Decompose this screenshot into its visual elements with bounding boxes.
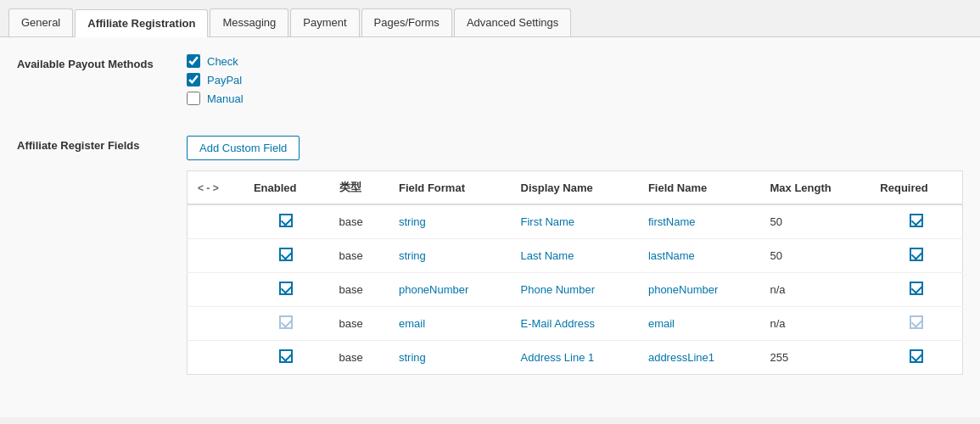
row-enabled[interactable] [244,307,329,341]
row-enabled[interactable] [244,273,329,307]
row-type: base [329,307,389,341]
tab-messaging[interactable]: Messaging [210,8,288,36]
row-type: base [329,341,389,375]
tab-payment[interactable]: Payment [290,8,359,36]
required-checkbox-4[interactable] [910,349,923,363]
row-max-length: 255 [759,341,870,375]
row-max-length: n/a [759,307,870,341]
col-display-name: Display Name [511,171,638,205]
row-required[interactable] [870,307,962,341]
payout-label-manual[interactable]: Manual [207,92,244,105]
row-max-length: 50 [759,204,870,239]
row-type: base [329,204,389,239]
row-nav [188,204,244,239]
row-field-format: email [389,307,511,341]
row-display-name: Phone Number [511,273,638,307]
row-required[interactable] [870,204,962,239]
row-enabled[interactable] [244,204,329,239]
payout-label-check[interactable]: Check [207,55,238,68]
content-area: Available Payout Methods CheckPayPalManu… [0,37,980,417]
row-max-length: n/a [759,273,870,307]
row-required[interactable] [870,239,962,273]
enabled-checkbox-2[interactable] [279,282,293,295]
tab-advanced-settings[interactable]: Advanced Settings [454,8,571,36]
row-enabled[interactable] [244,239,329,273]
add-custom-field-button[interactable]: Add Custom Field [187,136,300,160]
row-field-format: phoneNumber [389,273,511,307]
payout-checkbox-paypal[interactable] [187,73,200,86]
table-row: basestringFirst NamefirstName50 [188,204,963,239]
col-field-format: Field Format [389,171,511,205]
enabled-checkbox-0[interactable] [279,214,293,227]
enabled-checkbox-1[interactable] [279,248,293,261]
payout-option-paypal: PayPal [187,73,963,86]
row-nav [188,273,244,307]
payout-checkbox-manual[interactable] [187,92,200,105]
row-display-name: E-Mail Address [511,307,638,341]
row-type: base [329,273,389,307]
row-display-name: First Name [511,204,638,239]
col-enabled: Enabled [244,171,329,205]
tab-pages-forms[interactable]: Pages/Forms [361,8,452,36]
col-type: 类型 [329,171,389,205]
row-type: base [329,239,389,273]
table-row: basephoneNumberPhone NumberphoneNumbern/… [188,273,963,307]
row-field-format: string [389,341,511,375]
register-fields-section: Affiliate Register Fields Add Custom Fie… [17,136,963,375]
required-checkbox-3[interactable] [910,315,923,329]
required-checkbox-1[interactable] [910,248,923,261]
col-field-name: Field Name [638,171,760,205]
fields-table: < - > Enabled 类型 Field Format Display Na… [187,170,963,375]
row-max-length: 50 [759,239,870,273]
row-field-name: phoneNumber [638,273,760,307]
tab-general[interactable]: General [8,8,73,36]
payout-option-check: Check [187,54,963,68]
row-field-format: string [389,239,511,273]
row-required[interactable] [870,341,962,375]
row-display-name: Address Line 1 [511,341,638,375]
row-field-name: lastName [638,239,760,273]
row-nav [188,307,244,341]
table-row: basestringLast NamelastName50 [188,239,963,273]
payout-label-paypal[interactable]: PayPal [207,74,242,86]
required-checkbox-0[interactable] [910,214,923,227]
register-fields-content: Add Custom Field < - > Enabled 类型 Field … [187,136,963,375]
row-required[interactable] [870,273,962,307]
col-max-length: Max Length [759,171,870,205]
row-field-name: addressLine1 [638,341,760,375]
row-field-format: string [389,204,511,239]
tab-bar: GeneralAffiliate RegistrationMessagingPa… [0,0,980,37]
row-enabled[interactable] [244,341,329,375]
tab-affiliate-registration[interactable]: Affiliate Registration [75,9,208,37]
payout-methods-label: Available Payout Methods [17,54,187,70]
row-field-name: email [638,307,760,341]
row-nav [188,341,244,375]
register-fields-label: Affiliate Register Fields [17,136,187,152]
table-row: baseemailE-Mail Addressemailn/a [188,307,963,341]
payout-methods-section: Available Payout Methods CheckPayPalManu… [17,54,963,110]
nav-arrows[interactable]: < - > [198,182,219,194]
payout-option-manual: Manual [187,92,963,105]
table-row: basestringAddress Line 1addressLine1255 [188,341,963,375]
col-nav: < - > [188,171,244,205]
enabled-checkbox-3[interactable] [279,315,293,329]
row-display-name: Last Name [511,239,638,273]
payout-checkbox-check[interactable] [187,54,200,68]
table-header-row: < - > Enabled 类型 Field Format Display Na… [188,171,963,205]
payout-methods-options: CheckPayPalManual [187,54,963,110]
col-required: Required [870,171,962,205]
row-nav [188,239,244,273]
enabled-checkbox-4[interactable] [279,349,293,363]
row-field-name: firstName [638,204,760,239]
required-checkbox-2[interactable] [910,282,923,295]
